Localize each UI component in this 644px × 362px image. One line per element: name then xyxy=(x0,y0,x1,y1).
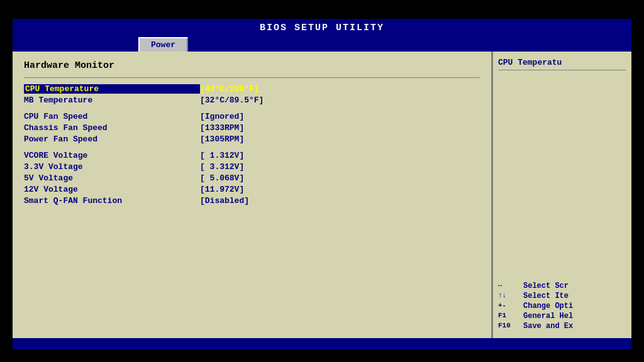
help-key: F1 xyxy=(498,312,523,319)
setting-row: VCORE Voltage[ 1.312V] xyxy=(24,151,480,160)
help-desc: Select Scr xyxy=(523,282,569,290)
help-row: +-Change Opti xyxy=(498,302,626,310)
tab-bar: Power xyxy=(13,37,631,52)
setting-label: Chassis Fan Speed xyxy=(24,123,200,133)
setting-row: MB Temperature[32°C/89.5°F] xyxy=(24,96,480,105)
setting-value: [ 3.312V] xyxy=(200,162,244,172)
setting-row: CPU Fan Speed[Ignored] xyxy=(24,112,480,121)
help-key: +- xyxy=(498,302,523,309)
setting-label: CPU Temperature xyxy=(24,84,200,94)
help-desc: Select Ite xyxy=(523,292,569,300)
setting-value: [1333RPM] xyxy=(200,123,244,133)
setting-value: [11.972V] xyxy=(200,185,244,194)
setting-label: CPU Fan Speed xyxy=(24,112,200,121)
help-row: F10Save and Ex xyxy=(498,322,626,331)
help-section: ↔Select Scr↑↓Select Ite+-Change OptiF1Ge… xyxy=(498,282,626,332)
setting-row: Power Fan Speed[1305RPM] xyxy=(24,134,480,144)
setting-row[interactable]: CPU Temperature[43°C/109°F] xyxy=(24,84,480,94)
bios-title: BIOS SETUP UTILITY xyxy=(260,23,384,33)
title-bar: BIOS SETUP UTILITY xyxy=(13,19,631,37)
help-desc: General Hel xyxy=(523,312,573,321)
setting-value: [Ignored] xyxy=(200,112,244,121)
help-key: ↑↓ xyxy=(498,292,523,299)
help-key: F10 xyxy=(498,322,523,329)
setting-value: [ 5.068V] xyxy=(200,173,244,183)
setting-row: Smart Q-FAN Function[Disabled] xyxy=(24,196,480,206)
help-desc: Save and Ex xyxy=(523,322,573,331)
setting-label: Power Fan Speed xyxy=(24,134,200,144)
setting-value: [Disabled] xyxy=(200,196,249,206)
setting-label: 12V Voltage xyxy=(24,185,200,194)
setting-label: VCORE Voltage xyxy=(24,151,200,160)
setting-row: 12V Voltage[11.972V] xyxy=(24,185,480,194)
setting-label: 5V Voltage xyxy=(24,173,200,183)
divider xyxy=(24,77,480,78)
tab-power[interactable]: Power xyxy=(138,37,188,52)
setting-value: [43°C/109°F] xyxy=(200,84,259,94)
help-key: ↔ xyxy=(498,282,523,289)
right-panel-title: CPU Temperatu xyxy=(498,58,626,70)
right-panel: CPU Temperatu ↔Select Scr↑↓Select Ite+-C… xyxy=(493,52,631,338)
help-desc: Change Opti xyxy=(523,302,573,310)
help-row: ↑↓Select Ite xyxy=(498,292,626,300)
bottom-bar xyxy=(13,338,631,349)
setting-label: MB Temperature xyxy=(24,96,200,105)
spacer xyxy=(24,146,480,151)
help-row: ↔Select Scr xyxy=(498,282,626,290)
setting-label: 3.3V Voltage xyxy=(24,162,200,172)
help-row: F1General Hel xyxy=(498,312,626,321)
setting-value: [32°C/89.5°F] xyxy=(200,96,264,105)
setting-label: Smart Q-FAN Function xyxy=(24,196,200,206)
setting-row: 5V Voltage[ 5.068V] xyxy=(24,173,480,183)
setting-row: 3.3V Voltage[ 3.312V] xyxy=(24,162,480,172)
spacer xyxy=(24,107,480,112)
content-panel: Hardware Monitor CPU Temperature[43°C/10… xyxy=(13,52,493,338)
setting-row: Chassis Fan Speed[1333RPM] xyxy=(24,123,480,133)
bios-screen: BIOS SETUP UTILITY Power Hardware Monito… xyxy=(13,19,631,349)
section-title: Hardware Monitor xyxy=(24,60,480,71)
settings-list: CPU Temperature[43°C/109°F]MB Temperatur… xyxy=(24,84,480,206)
setting-value: [1305RPM] xyxy=(200,134,244,144)
setting-value: [ 1.312V] xyxy=(200,151,244,160)
main-area: Hardware Monitor CPU Temperature[43°C/10… xyxy=(13,52,631,338)
